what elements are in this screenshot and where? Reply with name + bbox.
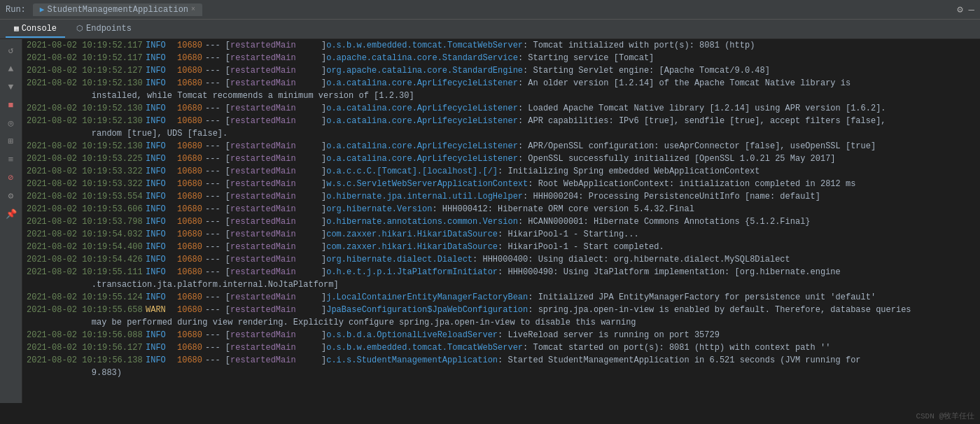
stop-button[interactable]: ■	[1, 97, 21, 113]
log-line: random [true], UDS [false].	[22, 129, 980, 141]
log-line: 2021-08-02 10:19:53.606 INFO 10680 --- […	[22, 204, 980, 217]
console-area[interactable]: 2021-08-02 10:19:52.117 INFO 10680 --- […	[22, 39, 980, 403]
title-bar: Run: ▶ StudentManagementApplication × ⚙ …	[0, 0, 980, 20]
log-line: 2021-08-02 10:19:52.130 INFO 10680 --- […	[22, 104, 980, 116]
run-label: Run:	[6, 5, 26, 15]
log-line: 2021-08-02 10:19:52.130 INFO 10680 --- […	[22, 78, 980, 91]
log-container: 2021-08-02 10:19:52.117 INFO 10680 --- […	[22, 41, 980, 381]
log-line: 2021-08-02 10:19:52.130 INFO 10680 --- […	[22, 116, 980, 129]
log-line: may be performed during view rendering. …	[22, 318, 980, 330]
watermark: CSDN @牧羊任仕	[916, 411, 974, 421]
log-line: 2021-08-02 10:19:56.138 INFO 10680 --- […	[22, 355, 980, 368]
log-line: 2021-08-02 10:19:54.032 INFO 10680 --- […	[22, 229, 980, 242]
log-line: installed, while Tomcat recommends a min…	[22, 91, 980, 104]
minimize-icon[interactable]: —	[969, 4, 974, 15]
log-line: 9.883)	[22, 368, 980, 381]
settings-button[interactable]: ≡	[1, 151, 21, 168]
scroll-down-button[interactable]: ▼	[1, 78, 21, 95]
log-line: 2021-08-02 10:19:54.400 INFO 10680 --- […	[22, 242, 980, 255]
log-line: .transaction.jta.platform.internal.NoJta…	[22, 280, 980, 292]
console-icon: ▦	[14, 24, 19, 33]
close-tab-icon[interactable]: ×	[191, 6, 195, 13]
filter-button[interactable]: ⊞	[1, 133, 21, 150]
log-line: 2021-08-02 10:19:52.130 INFO 10680 --- […	[22, 141, 980, 154]
clear-button[interactable]: ⊘	[1, 169, 21, 186]
log-line: 2021-08-02 10:19:53.322 INFO 10680 --- […	[22, 167, 980, 179]
tabs-bar: ▦ Console ⬡ Endpoints	[0, 20, 980, 39]
log-line: 2021-08-02 10:19:55.111 INFO 10680 --- […	[22, 267, 980, 280]
log-line: 2021-08-02 10:19:53.322 INFO 10680 --- […	[22, 179, 980, 192]
app-tab[interactable]: ▶ StudentManagementApplication ×	[33, 3, 202, 16]
log-line: 2021-08-02 10:19:55.658 WARN 10680 --- […	[22, 305, 980, 318]
log-line: 2021-08-02 10:19:53.554 INFO 10680 --- […	[22, 192, 980, 204]
pin-button[interactable]: 📌	[1, 206, 21, 222]
log-line: 2021-08-02 10:19:54.426 INFO 10680 --- […	[22, 255, 980, 267]
config-button[interactable]: ⚙	[1, 188, 21, 204]
log-line: 2021-08-02 10:19:53.225 INFO 10680 --- […	[22, 154, 980, 167]
settings-icon[interactable]: ⚙	[957, 3, 962, 15]
log-line: 2021-08-02 10:19:56.088 INFO 10680 --- […	[22, 330, 980, 343]
tab-endpoints-label: Endpoints	[86, 24, 132, 34]
tab-endpoints[interactable]: ⬡ Endpoints	[68, 21, 140, 38]
title-bar-actions: ⚙ —	[957, 3, 974, 15]
sidebar: ↺ ▲ ▼ ■ ◎ ⊞ ≡ ⊘ ⚙ 📌	[0, 39, 22, 403]
tab-console[interactable]: ▦ Console	[6, 21, 65, 38]
log-line: 2021-08-02 10:19:52.127 INFO 10680 --- […	[22, 66, 980, 78]
tab-console-label: Console	[22, 24, 57, 34]
log-line: 2021-08-02 10:19:52.117 INFO 10680 --- […	[22, 53, 980, 66]
camera-button[interactable]: ◎	[1, 115, 21, 132]
app-tab-label: StudentManagementApplication	[47, 5, 188, 15]
restart-button[interactable]: ↺	[1, 42, 21, 59]
log-line: 2021-08-02 10:19:52.117 INFO 10680 --- […	[22, 41, 980, 53]
log-line: 2021-08-02 10:19:55.124 INFO 10680 --- […	[22, 292, 980, 305]
log-line: 2021-08-02 10:19:56.127 INFO 10680 --- […	[22, 343, 980, 355]
main-layout: ↺ ▲ ▼ ■ ◎ ⊞ ≡ ⊘ ⚙ 📌 2021-08-02 10:19:52.…	[0, 39, 980, 403]
log-line: 2021-08-02 10:19:53.798 INFO 10680 --- […	[22, 217, 980, 229]
scroll-up-button[interactable]: ▲	[1, 60, 21, 77]
endpoints-icon: ⬡	[76, 24, 83, 33]
